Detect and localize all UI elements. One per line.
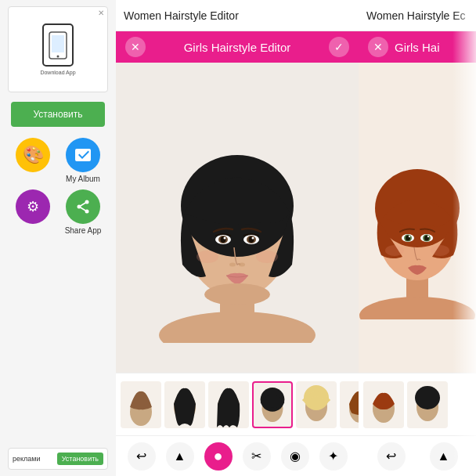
adjust-tool[interactable]: ▲: [166, 442, 194, 471]
svg-point-24: [204, 283, 270, 305]
right-undo-tool[interactable]: ↩: [377, 442, 406, 471]
middle-panel: Women Hairstyle Editor ✕ Girls Hairstyle…: [116, 0, 359, 476]
right-sub-title: Girls Hai: [395, 41, 440, 54]
hair-thumb-4[interactable]: [252, 381, 293, 428]
promo-install-button[interactable]: Установить: [57, 453, 103, 465]
right-portrait-svg: [359, 116, 475, 319]
right-panel: Women Hairstyle Ec ✕ Girls Hai: [359, 0, 476, 476]
svg-rect-1: [52, 35, 64, 52]
right-hairstyle-bar: [359, 373, 476, 435]
undo-tool[interactable]: ↩: [128, 442, 156, 471]
svg-line-6: [79, 202, 87, 207]
middle-sub-title: Girls Hairstyle Editor: [184, 41, 291, 54]
right-close-button[interactable]: ✕: [368, 37, 388, 57]
svg-point-40: [409, 236, 410, 237]
right-hair-thumb-1[interactable]: [363, 381, 404, 428]
svg-point-46: [431, 245, 449, 256]
promo-text: реклами: [13, 455, 41, 463]
hair-thumb-3[interactable]: [208, 381, 249, 428]
install-top-button[interactable]: Установить: [11, 102, 105, 127]
right-app-title: Women Hairstyle Ec: [366, 9, 466, 22]
icon-item-purple: ⚙: [11, 189, 55, 235]
color-tool[interactable]: ●: [204, 442, 233, 471]
middle-tool-bar: ↩ ▲ ● ✂ ◉ ✦: [116, 435, 359, 476]
svg-point-21: [239, 263, 245, 267]
hair-thumb-2[interactable]: [164, 381, 205, 428]
hair-thumb-6[interactable]: [340, 381, 359, 428]
svg-point-9: [159, 312, 316, 343]
share-icon[interactable]: [66, 189, 100, 224]
icon-grid: 🎨 My Album ⚙: [11, 138, 105, 235]
svg-point-22: [197, 251, 218, 263]
sparkle-tool[interactable]: ✦: [319, 442, 348, 471]
svg-line-7: [79, 207, 87, 211]
middle-portrait-svg: [135, 92, 339, 343]
share-label: Share App: [65, 226, 102, 235]
left-panel: ✕ Download App Установить 🎨 My Album: [0, 0, 116, 476]
svg-point-23: [256, 251, 278, 263]
middle-portrait-area: [116, 63, 359, 373]
glasses-tool[interactable]: ◉: [281, 442, 309, 471]
svg-point-19: [252, 237, 254, 240]
promo-banner: реклами Установить: [8, 448, 108, 470]
svg-point-49: [415, 386, 440, 409]
ad-phone-image: [42, 23, 74, 67]
icon-item-yellow: 🎨: [11, 138, 55, 183]
album-label: My Album: [66, 175, 100, 183]
ad-label-text: Download App: [40, 70, 75, 75]
hairstyle-thumbnail-bar: [116, 373, 359, 435]
middle-pink-header: ✕ Girls Hairstyle Editor ✓: [116, 31, 359, 63]
right-portrait-area: [359, 63, 476, 373]
svg-point-2: [57, 55, 60, 57]
scissors-tool[interactable]: ✂: [243, 442, 271, 471]
right-hair-thumb-2[interactable]: [407, 381, 448, 428]
purple-icon: ⚙: [16, 189, 50, 224]
middle-app-title: Women Hairstyle Editor: [124, 9, 239, 22]
middle-check-button[interactable]: ✓: [329, 37, 349, 57]
svg-point-44: [427, 236, 429, 237]
hair-thumb-1[interactable]: [121, 381, 161, 428]
icon-item-share[interactable]: Share App: [61, 189, 105, 235]
icon-item-album[interactable]: My Album: [61, 138, 105, 183]
right-pink-header: ✕ Girls Hai: [359, 31, 476, 63]
svg-point-45: [385, 245, 404, 256]
yellow-icon: 🎨: [16, 138, 50, 172]
hair-thumb-5[interactable]: [296, 381, 337, 428]
svg-point-20: [229, 263, 236, 267]
ad-banner: ✕ Download App: [8, 6, 108, 92]
ad-close-icon[interactable]: ✕: [98, 9, 104, 17]
right-tool-bar: ↩ ▲: [359, 435, 476, 476]
right-adjust-tool[interactable]: ▲: [430, 442, 458, 471]
svg-point-34: [359, 297, 475, 319]
album-icon[interactable]: [66, 138, 100, 172]
middle-app-header: Women Hairstyle Editor: [116, 0, 359, 31]
middle-close-button[interactable]: ✕: [125, 37, 146, 57]
right-app-header: Women Hairstyle Ec: [359, 0, 476, 31]
svg-point-15: [224, 237, 226, 240]
